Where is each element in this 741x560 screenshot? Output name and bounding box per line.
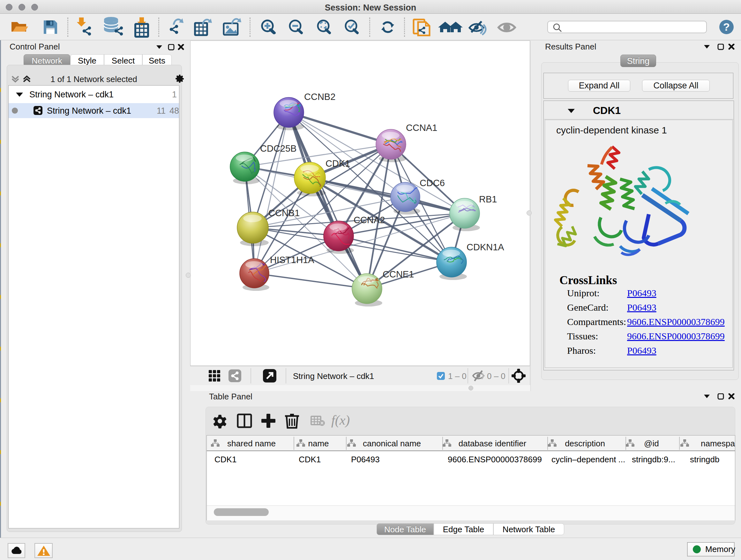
svg-text:CCNB1: CCNB1 [268,208,300,218]
svg-text:CCNE1: CCNE1 [383,269,414,279]
svg-text:RB1: RB1 [479,194,497,204]
svg-text:CCNB2: CCNB2 [304,91,335,102]
svg-text:CDK1: CDK1 [326,159,350,169]
svg-text:HIST1H1A: HIST1H1A [270,255,314,265]
svg-text:CDC6: CDC6 [420,178,445,188]
svg-text:CDKN1A: CDKN1A [467,242,504,252]
svg-text:CCNA2: CCNA2 [354,215,385,225]
svg-text:CCNA1: CCNA1 [406,123,437,133]
svg-text:CDC25B: CDC25B [260,143,296,153]
